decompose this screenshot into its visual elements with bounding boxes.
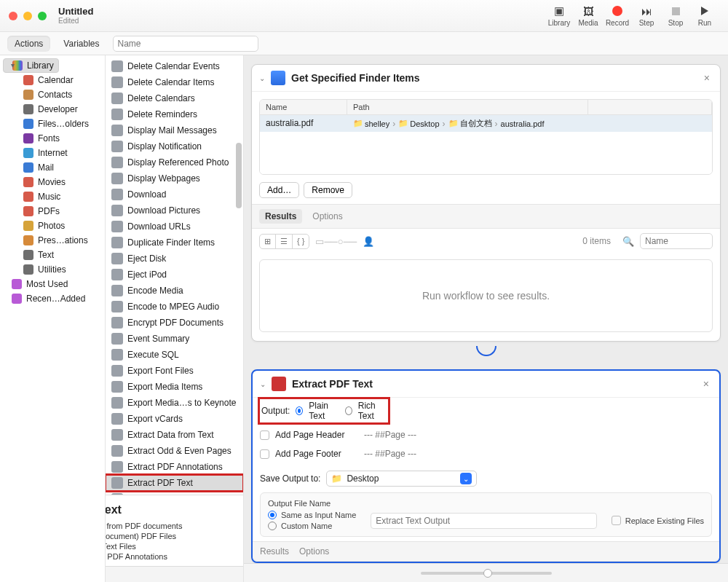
action-item[interactable]: Download URLs (106, 219, 243, 235)
library-toolbar-button[interactable]: ▣Library (545, 4, 574, 27)
sidebar-item-pres-ations[interactable]: Pres…ations (0, 233, 105, 248)
action-item[interactable]: Extract PDF Text (106, 475, 243, 491)
breadcrumb-segment[interactable]: 📁 Desktop (398, 119, 439, 128)
action-item[interactable]: Eject iPod (106, 267, 243, 283)
footer-template-input[interactable] (361, 447, 712, 460)
breadcrumb-segment[interactable]: 📁 shelley (353, 119, 389, 128)
action-item[interactable]: Event Summary (106, 331, 243, 347)
sidebar-item-photos[interactable]: Photos (0, 219, 105, 233)
record-toolbar-button[interactable]: Record (603, 4, 632, 27)
zoom-icon[interactable] (38, 12, 47, 20)
header-template-input[interactable] (361, 428, 712, 441)
sidebar-item-calendar[interactable]: Calendar (0, 73, 105, 87)
tab-results[interactable]: Results (259, 209, 302, 224)
action-item[interactable]: Encode to MPEG Audio (106, 299, 243, 315)
action-icon (111, 109, 123, 120)
step-toolbar-button[interactable]: ⏭Step (632, 4, 661, 27)
action-item[interactable]: Export Media Items (106, 379, 243, 395)
scrollbar-thumb[interactable] (236, 143, 242, 208)
close-icon[interactable]: × (700, 378, 712, 390)
sidebar-item-music[interactable]: Music (0, 189, 105, 204)
sidebar-item-contacts[interactable]: Contacts (0, 87, 105, 102)
table-row[interactable]: australia.pdf 📁 shelley › 📁 Desktop › 📁 … (260, 115, 712, 132)
media-toolbar-button[interactable]: 🖼Media (574, 4, 603, 27)
slider-icon[interactable]: ▭──○── (315, 236, 357, 247)
category-icon (23, 192, 33, 202)
radio-plain-text[interactable] (296, 406, 303, 415)
col-name[interactable]: Name (260, 100, 347, 114)
action-item[interactable]: Eject Disk (106, 251, 243, 267)
action-icon (111, 253, 123, 264)
sidebar-item-files-olders[interactable]: Files…olders (0, 117, 105, 131)
zoom-slider[interactable] (421, 572, 552, 575)
action-icon (111, 141, 123, 152)
save-location-select[interactable]: 📁 Desktop ⌄ (326, 471, 477, 487)
checkbox-replace-existing[interactable] (612, 516, 621, 525)
run-toolbar-button[interactable]: Run (690, 4, 719, 27)
action-item[interactable]: Delete Calendar Items (106, 74, 243, 90)
sidebar-header-library[interactable]: Library (3, 58, 59, 73)
sidebar-item-fonts[interactable]: Fonts (0, 131, 105, 146)
custom-name-input[interactable] (371, 513, 596, 529)
remove-button[interactable]: Remove (304, 182, 352, 198)
stop-toolbar-button[interactable]: Stop (661, 4, 690, 27)
radio-custom-name[interactable] (268, 522, 277, 530)
breadcrumb-segment[interactable]: 📁 自创文档 (448, 118, 492, 129)
sidebar-item-most-used[interactable]: Most Used (0, 277, 105, 291)
search-input[interactable] (113, 36, 258, 52)
action-item[interactable]: Execute SQL (106, 347, 243, 363)
action-item[interactable]: Download (106, 186, 243, 202)
close-icon[interactable]: × (701, 72, 713, 84)
sidebar-item-movies[interactable]: Movies (0, 175, 105, 189)
action-item[interactable]: Encrypt PDF Documents (106, 315, 243, 331)
action-item[interactable]: Extract PDF Annotations (106, 459, 243, 475)
col-path[interactable]: Path (347, 100, 588, 114)
user-icon[interactable]: 👤 (363, 236, 374, 247)
tab-results[interactable]: Results (260, 546, 289, 557)
minimize-icon[interactable] (23, 12, 32, 20)
tab-variables[interactable]: Variables (56, 36, 106, 52)
action-item[interactable]: Display Webpages (106, 170, 243, 186)
tab-options[interactable]: Options (312, 211, 342, 221)
action-icon (111, 237, 123, 248)
step-get-specified-finder-items: ⌄ Get Specified Finder Items × Name Path… (251, 64, 721, 342)
checkbox-add-page-footer[interactable] (260, 449, 269, 459)
results-search-input[interactable] (640, 233, 713, 249)
action-item[interactable]: Delete Calendar Events (106, 58, 243, 74)
action-item[interactable]: Delete Reminders (106, 106, 243, 122)
sidebar-item-pdfs[interactable]: PDFs (0, 204, 105, 219)
action-item[interactable]: Display Referenced Photo (106, 154, 243, 170)
checkbox-add-page-header[interactable] (260, 430, 269, 440)
sidebar-item-text[interactable]: Text (0, 248, 105, 262)
action-item[interactable]: Display Notification (106, 138, 243, 154)
sidebar-item-recen-added[interactable]: Recen…Added (0, 291, 105, 306)
close-icon[interactable] (9, 12, 17, 20)
action-item[interactable]: Extract Odd & Even Pages (106, 443, 243, 459)
sidebar-item-internet[interactable]: Internet (0, 146, 105, 160)
sidebar-item-mail[interactable]: Mail (0, 160, 105, 175)
radio-rich-text[interactable] (345, 406, 352, 415)
tab-options[interactable]: Options (299, 546, 329, 557)
view-mode-segmented[interactable]: ⊞☰{ } (259, 234, 309, 249)
chevron-down-icon[interactable]: ⌄ (260, 380, 266, 388)
action-item[interactable]: Export Media…s to Keynote (106, 395, 243, 411)
action-item[interactable]: Display Mail Messages (106, 122, 243, 138)
action-item[interactable]: Export vCards (106, 411, 243, 427)
items-count: 0 items (582, 236, 611, 246)
step-extract-pdf-text: ⌄ Extract PDF Text × Output: Plain Text … (251, 369, 721, 563)
radio-same-as-input-name[interactable] (268, 511, 277, 519)
sidebar-item-developer[interactable]: Developer (0, 102, 105, 117)
action-item[interactable]: Duplicate Finder Items (106, 235, 243, 251)
action-item[interactable]: Delete Calendars (106, 90, 243, 106)
action-icon (111, 269, 123, 280)
chevron-down-icon[interactable]: ⌄ (259, 74, 265, 82)
action-item[interactable]: Encode Media (106, 283, 243, 299)
action-icon (111, 93, 123, 104)
action-item[interactable]: Export Font Files (106, 363, 243, 379)
output-filename-group: Output File Name Same as Input Name Cust… (260, 492, 712, 537)
sidebar-item-utilities[interactable]: Utilities (0, 262, 105, 277)
action-item[interactable]: Download Pictures (106, 202, 243, 219)
tab-actions[interactable]: Actions (7, 36, 50, 52)
action-item[interactable]: Extract Data from Text (106, 427, 243, 443)
add-button[interactable]: Add… (259, 182, 299, 198)
